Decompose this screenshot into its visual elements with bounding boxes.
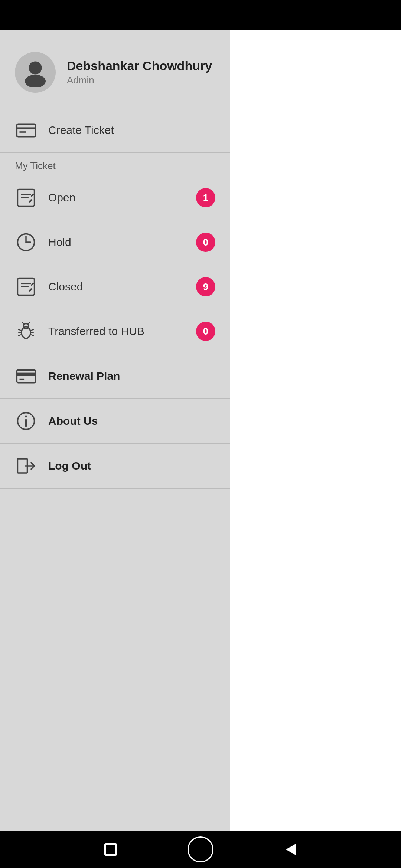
svg-rect-28 — [17, 372, 35, 376]
hold-ticket-item[interactable]: Hold 0 — [0, 220, 230, 264]
main-panel: Debshankar Chowdhury Admin Create Ticket… — [0, 30, 230, 831]
hold-icon — [15, 231, 37, 253]
logout-icon — [15, 455, 37, 477]
create-ticket-label: Create Ticket — [48, 124, 215, 137]
renewal-plan-item[interactable]: Renewal Plan — [0, 354, 230, 398]
transferred-ticket-item[interactable]: Transferred to HUB 0 — [0, 309, 230, 354]
svg-line-8 — [31, 194, 34, 197]
svg-line-23 — [30, 329, 34, 331]
svg-point-17 — [23, 323, 29, 329]
svg-marker-36 — [286, 844, 296, 855]
create-ticket-item[interactable]: Create Ticket — [0, 108, 230, 152]
profile-name: Debshankar Chowdhury — [67, 59, 212, 73]
bug-icon — [15, 320, 37, 342]
closed-icon — [15, 276, 37, 298]
svg-line-25 — [30, 335, 34, 336]
profile-section: Debshankar Chowdhury Admin — [0, 30, 230, 108]
renewal-label: Renewal Plan — [48, 370, 215, 382]
my-ticket-section-header: My Ticket — [0, 153, 230, 175]
open-label: Open — [48, 191, 196, 204]
svg-rect-27 — [17, 370, 35, 382]
open-icon — [15, 187, 37, 209]
about-label: About Us — [48, 415, 215, 427]
svg-line-15 — [31, 283, 34, 286]
svg-line-19 — [28, 322, 30, 324]
avatar — [15, 52, 56, 93]
recent-apps-button[interactable] — [100, 839, 121, 860]
hold-badge: 0 — [196, 233, 215, 252]
svg-point-0 — [29, 61, 42, 74]
logout-label: Log Out — [48, 460, 215, 472]
app-wrapper: Debshankar Chowdhury Admin Create Ticket… — [0, 0, 401, 868]
open-ticket-item[interactable]: Open 1 — [0, 175, 230, 220]
profile-info: Debshankar Chowdhury Admin — [67, 59, 212, 86]
svg-point-1 — [25, 75, 46, 87]
closed-badge: 9 — [196, 277, 215, 296]
closed-ticket-item[interactable]: Closed 9 — [0, 264, 230, 309]
divider-6 — [0, 488, 230, 489]
profile-role: Admin — [67, 75, 212, 86]
svg-point-31 — [25, 415, 27, 417]
closed-label: Closed — [48, 280, 196, 293]
ticket-svg — [16, 122, 36, 139]
transferred-label: Transferred to HUB — [48, 325, 196, 338]
home-button[interactable] — [188, 836, 213, 862]
info-icon — [15, 410, 37, 432]
svg-rect-3 — [17, 127, 35, 129]
svg-line-20 — [18, 329, 22, 331]
svg-rect-35 — [105, 844, 116, 855]
hold-label: Hold — [48, 236, 196, 249]
avatar-icon — [20, 57, 50, 87]
svg-line-18 — [22, 322, 24, 324]
status-bar — [0, 0, 401, 30]
nav-bar — [0, 831, 401, 868]
renewal-icon — [15, 365, 37, 387]
about-us-item[interactable]: About Us — [0, 399, 230, 443]
right-panel — [230, 30, 401, 831]
back-button[interactable] — [280, 839, 301, 860]
transferred-badge: 0 — [196, 322, 215, 341]
svg-rect-2 — [17, 124, 35, 137]
open-badge: 1 — [196, 188, 215, 207]
svg-line-22 — [18, 335, 22, 336]
ticket-icon — [15, 119, 37, 141]
logout-item[interactable]: Log Out — [0, 444, 230, 488]
